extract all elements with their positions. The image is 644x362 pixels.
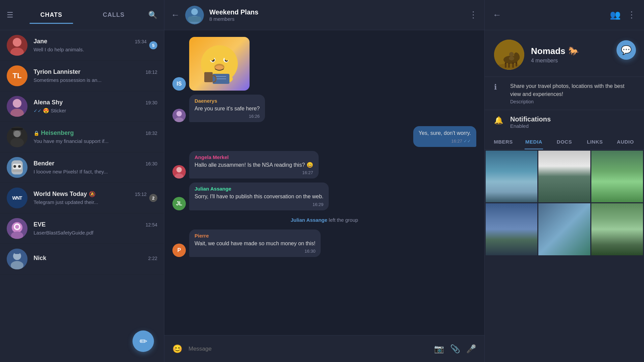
avatar-heisenberg [7, 126, 28, 147]
avatar-bender [7, 157, 28, 178]
avatar-worldnews: WNT [7, 188, 28, 208]
chat-time-eve: 12:54 [146, 222, 157, 227]
tab-members[interactable]: MBERS [488, 134, 519, 149]
svg-point-20 [11, 261, 23, 269]
attach-button[interactable]: 📎 [450, 344, 460, 354]
media-photo-3[interactable] [591, 151, 643, 202]
mic-button[interactable]: 🎤 [466, 344, 476, 354]
chat-item-jane[interactable]: Jane 15:34 Well I do help animals. 5 [0, 30, 164, 61]
chat-item-tyrion[interactable]: TL Tyrion Lannister 18:12 Sometimes poss… [0, 61, 164, 91]
media-photo-4[interactable] [486, 203, 537, 255]
more-button-right[interactable]: ⋮ [627, 10, 636, 20]
middle-panel: ← Weekend Plans 8 members ⋮ IS [164, 0, 485, 362]
media-photo-5[interactable] [538, 203, 590, 255]
media-photo-6[interactable] [591, 203, 643, 255]
tab-docs[interactable]: DOCS [549, 134, 580, 149]
add-member-button[interactable]: 👥 [610, 10, 621, 20]
description-text: Share your travel photos, locations with… [510, 82, 635, 98]
svg-point-55 [496, 64, 523, 69]
chat-time-alena: 19:30 [146, 100, 157, 105]
msg-input-area: 😊 📷 📎 🎤 [164, 335, 484, 362]
compose-button[interactable]: ✏ [132, 330, 154, 352]
sticker-doge [189, 37, 250, 91]
svg-point-18 [15, 225, 19, 229]
msg-sender-angela: Angela Merkel [195, 154, 313, 160]
double-check-sent: ✓✓ [464, 139, 471, 144]
msg-time-julian: 16:29 [313, 202, 324, 207]
msg-avatar-pierre: P [172, 244, 186, 257]
group-profile-avatar-nomads [494, 40, 524, 70]
chat-item-bender[interactable]: Bender 16:30 I looove new Pixels! If fac… [0, 152, 164, 183]
system-name: Julian Assange [290, 217, 327, 223]
right-header-actions: 👥 ⋮ [610, 10, 636, 20]
msg-avatar-julian: JL [172, 197, 186, 210]
msg-bubble-pierre: Pierre Wait, we could have made so much … [189, 229, 321, 257]
svg-point-13 [18, 165, 21, 168]
svg-point-7 [10, 138, 24, 147]
chat-right-worldnews: 2 [149, 194, 157, 202]
chat-preview-jane: Well I do help animals. [34, 47, 84, 52]
msg-time-pierre: 16:30 [305, 249, 316, 254]
lock-icon-heisenberg: 🔒 [34, 131, 39, 136]
left-panel: ☰ CHATS CALLS 🔍 Jane 1 [0, 0, 164, 362]
chat-item-eve[interactable]: EVE 12:54 LaserBlastSafetyGuide.pdf [0, 213, 164, 244]
msg-row-daenerys: Daenerys Are you sure it's safe here? 16… [172, 95, 476, 122]
msg-time-angela: 16:27 [302, 170, 313, 175]
chat-time-worldnews: 15:12 [135, 192, 147, 197]
tab-audio[interactable]: AUDIO [610, 134, 641, 149]
chat-info-eve: EVE 12:54 LaserBlastSafetyGuide.pdf [34, 221, 157, 236]
chat-time-nick: 2:22 [148, 256, 157, 261]
chat-preview-eve: LaserBlastSafetyGuide.pdf [34, 230, 93, 236]
avatar-jane [7, 35, 28, 56]
chat-info-tyrion: Tyrion Lannister 18:12 Sometimes possess… [34, 68, 157, 83]
chat-info-worldnews: World News Today 🔕 15:12 Telegram just u… [34, 191, 147, 205]
system-text: left the group [329, 217, 358, 223]
tab-chats[interactable]: CHATS [20, 9, 83, 21]
back-button-mid[interactable]: ← [171, 10, 180, 20]
tab-media[interactable]: MEDIA [519, 134, 549, 149]
tab-calls[interactable]: CALLS [83, 9, 145, 21]
msg-bubble-daenerys: Daenerys Are you sure it's safe here? 16… [189, 95, 265, 122]
chat-name-nick: Nick [34, 255, 46, 262]
group-profile-info-nomads: Nomads 🐎 4 members [531, 46, 579, 64]
back-button-right[interactable]: ← [493, 10, 501, 20]
badge-worldnews: 2 [149, 194, 157, 202]
chat-item-heisenberg[interactable]: 🔒 Heisenberg 18:32 You have my financial… [0, 122, 164, 152]
svg-point-4 [10, 109, 24, 117]
msg-sender-pierre: Pierre [195, 233, 315, 239]
search-button[interactable]: 🔍 [148, 11, 157, 19]
info-text-notifications: Notifications Enabled [510, 115, 551, 129]
chat-name-jane: Jane [34, 38, 47, 45]
chat-name-tyrion: Tyrion Lannister [34, 68, 80, 75]
message-input[interactable] [189, 346, 428, 352]
info-text-description: Share your travel photos, locations with… [510, 82, 635, 104]
float-message-button[interactable]: 💬 [616, 40, 636, 60]
double-check-alena: ✓✓ [34, 108, 42, 113]
chat-item-nick[interactable]: Nick 2:22 [0, 244, 164, 274]
tab-links[interactable]: LINKS [580, 134, 610, 149]
info-row-notifications[interactable]: 🔔 Notifications Enabled [485, 110, 644, 134]
msg-time-daenerys: 16:26 [249, 114, 260, 119]
msg-text-pierre: Wait, we could have made so much money o… [195, 240, 315, 247]
bell-icon: 🔔 [494, 116, 503, 125]
group-profile-name-nomads: Nomads 🐎 [531, 46, 579, 56]
more-button-mid[interactable]: ⋮ [469, 10, 478, 20]
chat-name-eve: EVE [34, 221, 46, 228]
svg-rect-39 [204, 72, 213, 82]
msg-avatar-angela [172, 165, 186, 178]
menu-icon[interactable]: ☰ [7, 11, 13, 19]
camera-button[interactable]: 📷 [434, 344, 444, 354]
msg-sender-daenerys: Daenerys [195, 98, 260, 104]
svg-rect-25 [188, 16, 201, 22]
chat-right-jane: 5 [149, 41, 157, 49]
chat-item-worldnews[interactable]: WNT World News Today 🔕 15:12 Telegram ju… [0, 183, 164, 213]
chat-preview-worldnews: Telegram just updated their... [34, 199, 98, 205]
chat-item-alena[interactable]: Alena Shy 19:30 ✓✓ 😍 Sticker [0, 91, 164, 122]
msg-text-daenerys: Are you sure it's safe here? [195, 105, 260, 112]
chat-time-tyrion: 18:12 [146, 69, 157, 75]
media-photo-2[interactable] [538, 151, 590, 202]
media-photo-1[interactable] [486, 151, 537, 202]
emoji-button[interactable]: 😊 [172, 344, 182, 354]
group-name-weekend: Weekend Plans [209, 8, 469, 16]
msg-text-angela: Hallo alle zusammen! Is the NSA reading … [195, 161, 313, 169]
